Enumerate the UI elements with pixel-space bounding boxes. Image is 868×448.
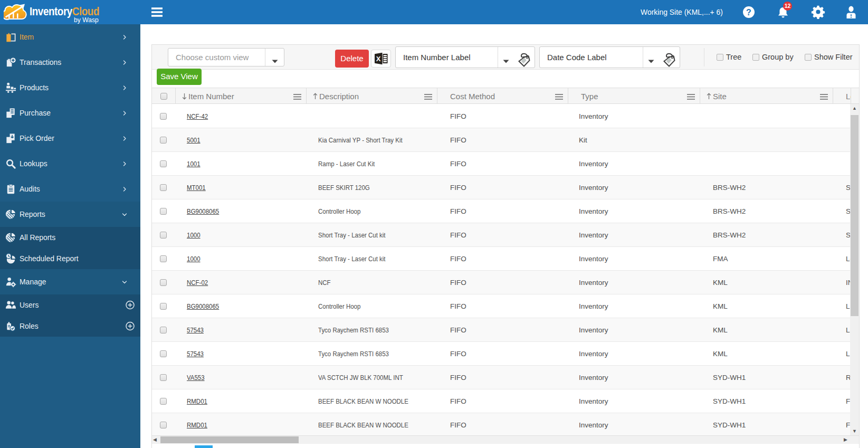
svg-text:X: X: [376, 55, 380, 63]
svg-text:?: ?: [746, 8, 751, 17]
